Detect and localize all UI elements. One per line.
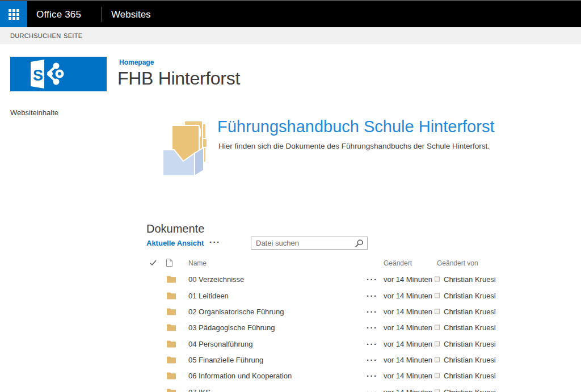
row-more-options-icon[interactable]: ··· — [367, 371, 378, 381]
file-search-box — [251, 237, 368, 250]
svg-text:S: S — [33, 67, 43, 84]
presence-indicator — [435, 373, 440, 378]
row-more-options-icon[interactable]: ··· — [367, 306, 378, 316]
modified-value: vor 14 Minuten — [384, 275, 432, 284]
folder-icon — [166, 323, 176, 331]
table-row[interactable]: 00 Verzeichnisse ··· vor 14 Minuten Chri… — [0, 271, 581, 287]
tab-durchsuchen[interactable]: DURCHSUCHEN — [10, 27, 61, 44]
waffle-icon — [9, 9, 19, 20]
table-row[interactable]: 05 Finanzielle Führung ··· vor 14 Minute… — [0, 352, 581, 368]
search-icon[interactable] — [354, 239, 364, 251]
modified-by-link[interactable]: Christian Kruesi — [444, 307, 496, 315]
breadcrumb-homepage-link[interactable]: Homepage — [119, 58, 154, 66]
presence-indicator — [435, 357, 440, 362]
presence-indicator — [435, 389, 440, 392]
modified-value: vor 14 Minuten — [384, 339, 432, 348]
tab-seite[interactable]: SEITE — [64, 27, 82, 44]
modified-by-link[interactable]: Christian Kruesi — [444, 387, 496, 392]
folder-name-link[interactable]: 02 Organisatorische Führung — [188, 307, 284, 315]
modified-by-link[interactable]: Christian Kruesi — [444, 275, 496, 284]
folder-icon — [166, 372, 176, 380]
modified-by-link[interactable]: Christian Kruesi — [444, 339, 496, 348]
table-header: Name Geändert Geändert von — [0, 258, 581, 272]
folder-icon — [166, 307, 176, 315]
folder-name-link[interactable]: 03 Pädagogische Führung — [188, 323, 275, 332]
view-more-options-icon[interactable]: ··· — [209, 237, 221, 247]
modified-by-link[interactable]: Christian Kruesi — [444, 291, 496, 300]
table-row[interactable]: 06 Information und Kooperation ··· vor 1… — [0, 368, 581, 383]
column-header-modified-by[interactable]: Geändert von — [437, 259, 478, 267]
office-365-link[interactable]: Office 365 — [36, 1, 81, 28]
modified-value: vor 14 Minuten — [384, 323, 432, 332]
folder-icon — [166, 356, 176, 364]
select-all-checkmark-icon[interactable] — [150, 260, 157, 268]
row-more-options-icon[interactable]: ··· — [367, 339, 378, 348]
folder-name-link[interactable]: 05 Finanzielle Führung — [188, 355, 263, 364]
row-more-options-icon[interactable]: ··· — [367, 290, 378, 300]
sharepoint-logo[interactable]: S — [10, 57, 107, 91]
current-view-link[interactable]: Aktuelle Ansicht — [146, 239, 204, 247]
folder-name-link[interactable]: 01 Leitideen — [188, 291, 229, 300]
library-title-link[interactable]: Führungshandbuch Schule Hinterforst — [217, 117, 494, 136]
modified-value: vor 14 Minuten — [384, 387, 432, 392]
documents-section-title: Dokumente — [146, 222, 204, 235]
modified-value: vor 14 Minuten — [384, 355, 432, 364]
column-header-modified[interactable]: Geändert — [384, 259, 412, 267]
page-title: FHB Hinterforst — [117, 68, 240, 89]
library-description: Hier finden sich die Dokumente des Führu… — [218, 142, 490, 150]
document-rows: 00 Verzeichnisse ··· vor 14 Minuten Chri… — [0, 271, 581, 392]
row-more-options-icon[interactable]: ··· — [367, 275, 378, 284]
modified-by-link[interactable]: Christian Kruesi — [444, 372, 496, 380]
row-more-options-icon[interactable]: ··· — [367, 355, 378, 364]
sharepoint-logo-icon: S — [10, 57, 107, 91]
modified-value: vor 14 Minuten — [384, 307, 432, 315]
websites-link[interactable]: Websites — [111, 1, 151, 28]
presence-indicator — [435, 309, 440, 314]
suite-bar: Office 365 Websites — [0, 0, 581, 27]
column-header-name[interactable]: Name — [188, 259, 207, 267]
table-row[interactable]: 07 IKS ··· vor 14 Minuten Christian Krue… — [0, 383, 581, 392]
folder-name-link[interactable]: 00 Verzeichnisse — [188, 275, 244, 284]
row-more-options-icon[interactable]: ··· — [367, 387, 378, 392]
table-row[interactable]: 03 Pädagogische Führung ··· vor 14 Minut… — [0, 319, 581, 335]
modified-value: vor 14 Minuten — [384, 291, 432, 300]
table-row[interactable]: 02 Organisatorische Führung ··· vor 14 M… — [0, 304, 581, 319]
presence-indicator — [435, 293, 440, 298]
modified-by-link[interactable]: Christian Kruesi — [444, 323, 496, 332]
suite-bar-divider — [101, 7, 102, 22]
folder-icon — [166, 292, 176, 300]
folder-name-link[interactable]: 06 Information und Kooperation — [188, 372, 292, 380]
sidebar-item-websiteinhalte[interactable]: Websiteinhalte — [10, 108, 58, 117]
table-row[interactable]: 04 Personalführung ··· vor 14 Minuten Ch… — [0, 335, 581, 351]
folder-icon — [166, 275, 176, 283]
row-more-options-icon[interactable]: ··· — [367, 323, 378, 332]
app-launcher-button[interactable] — [0, 1, 27, 28]
presence-indicator — [435, 277, 440, 282]
sharepoint-page: Office 365 Websites DURCHSUCHEN SEITE S … — [0, 0, 581, 392]
presence-indicator — [435, 325, 440, 330]
folder-icon — [166, 388, 176, 392]
modified-value: vor 14 Minuten — [384, 372, 432, 380]
modified-by-link[interactable]: Christian Kruesi — [444, 355, 496, 364]
folder-name-link[interactable]: 07 IKS — [188, 387, 210, 392]
document-type-icon[interactable] — [166, 258, 173, 269]
table-row[interactable]: 01 Leitideen ··· vor 14 Minuten Christia… — [0, 287, 581, 303]
ribbon-bar: DURCHSUCHEN SEITE — [0, 27, 581, 44]
presence-indicator — [435, 341, 440, 346]
folder-icon — [166, 340, 176, 348]
search-input[interactable] — [251, 237, 353, 249]
folder-name-link[interactable]: 04 Personalführung — [188, 339, 252, 348]
document-library-icon[interactable] — [159, 118, 209, 180]
